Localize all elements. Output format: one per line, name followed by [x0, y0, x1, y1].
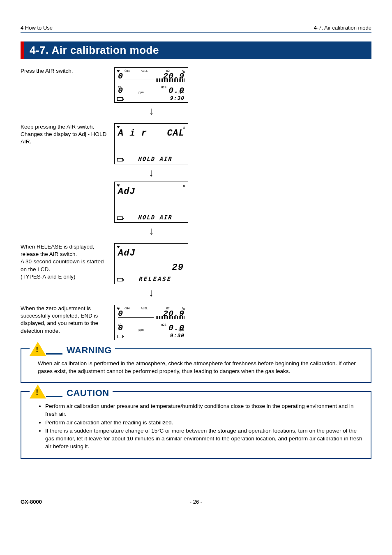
step-text: When RELEASE is displayed, release the A… — [21, 243, 107, 281]
lbl-lel: %LEL — [141, 69, 148, 73]
lbl-pct: % — [182, 69, 184, 73]
lbl-h2s: H2S — [161, 323, 166, 327]
caution-item: If there is a sudden temperature change … — [45, 427, 362, 451]
footer-model: GX-8000 — [21, 499, 42, 505]
caution-box: ! CAUTION Perform air calibration under … — [21, 391, 371, 459]
lcd-screen-2: ♥ ✕ A i r CAL HOLD AIR — [114, 123, 188, 164]
lbl-ppm2: ppm — [178, 91, 184, 94]
header-left: 4 How to Use — [21, 25, 53, 31]
footer: GX-8000 - 26 - — [21, 496, 371, 505]
arrow-down-icon: ↓ — [114, 167, 188, 179]
step-row: When the zero adjustment is successfully… — [21, 305, 371, 340]
battery-icon — [117, 97, 123, 101]
warning-body: When air calibration is performed in the… — [30, 360, 362, 375]
time-val: 9:30 — [170, 95, 184, 101]
step-row: Press the AIR switch. ♥ ✕ CH4 %LEL O2 % … — [21, 67, 371, 120]
arrow-down-icon: ↓ — [114, 225, 188, 237]
arrow-down-icon: ↓ — [114, 287, 188, 299]
page-header: 4 How to Use 4-7. Air calibration mode — [21, 25, 371, 31]
warning-box: ! WARNING When air calibration is perfor… — [21, 348, 371, 383]
step-row: When RELEASE is displayed, release the A… — [21, 243, 371, 302]
lbl-ch4: CH4 — [125, 307, 130, 310]
callout-line — [46, 353, 62, 355]
warning-triangle-icon: ! — [30, 342, 46, 356]
heart-icon: ♥ — [117, 183, 120, 188]
caution-title: CAUTION — [67, 388, 109, 398]
lcd-wrap: ♥ AdJ 29 RELEASE ↓ — [114, 243, 188, 302]
footer-page: - 26 - — [190, 499, 202, 505]
header-right: 4-7. Air calibration mode — [314, 25, 371, 31]
battery-icon — [117, 335, 123, 338]
step-text: Press the AIR switch. — [21, 67, 107, 75]
lbl-pct: % — [182, 307, 184, 310]
arrow-down-icon: ↓ — [114, 105, 188, 117]
lcd-wrap: ♥ ✕ CH4 %LEL O2 % 0 20.9 CO ppm H2S ppm … — [114, 67, 188, 120]
heart-icon: ♥ — [117, 125, 120, 129]
antenna-icon: ✕ — [182, 183, 185, 189]
section-title: 4-7. Air calibration mode — [21, 41, 371, 59]
lbl-ppm2: ppm — [178, 328, 184, 332]
lbl-ppm1: ppm — [138, 91, 144, 94]
adj-label: AdJ — [118, 187, 136, 197]
lbl-lel: %LEL — [141, 307, 148, 310]
bar-graph — [118, 78, 184, 82]
release-msg: RELEASE — [138, 276, 171, 282]
lbl-ch4: CH4 — [125, 69, 130, 73]
step-row: Keep pressing the AIR switch. Changes th… — [21, 123, 371, 240]
lcd-screen-3: ♥ ✕ AdJ HOLD AIR — [114, 182, 188, 223]
lbl-ppm1: ppm — [138, 328, 144, 332]
lcd-screen-1: ♥ ✕ CH4 %LEL O2 % 0 20.9 CO ppm H2S ppm … — [114, 67, 188, 103]
antenna-icon: ✕ — [182, 125, 185, 130]
step-text: Keep pressing the AIR switch. Changes th… — [21, 123, 107, 146]
callout-header: ! WARNING — [30, 342, 115, 356]
lbl-co: CO — [118, 86, 121, 89]
lbl-o2: O2 — [166, 69, 170, 73]
heart-icon: ♥ — [117, 306, 120, 311]
countdown-val: 29 — [172, 263, 184, 273]
heart-icon: ♥ — [117, 69, 120, 74]
lbl-h2s: H2S — [161, 86, 166, 89]
bar-graph — [118, 316, 184, 319]
lcd-wrap: ♥ ✕ A i r CAL HOLD AIR ↓ ♥ ✕ AdJ HOLD AI… — [114, 123, 188, 240]
warning-title: WARNING — [67, 345, 112, 356]
lcd-screen-4: ♥ AdJ 29 RELEASE — [114, 243, 188, 284]
lcd-screen-5: ♥ ✕ CH4 %LEL O2 % 0 20.9 CO ppm H2S ppm … — [114, 305, 188, 340]
air-label: A i r — [118, 128, 147, 138]
heart-icon: ♥ — [117, 245, 120, 249]
lcd-wrap: ♥ ✕ CH4 %LEL O2 % 0 20.9 CO ppm H2S ppm … — [114, 305, 188, 340]
adj-label: AdJ — [118, 248, 136, 258]
lbl-o2: O2 — [166, 307, 170, 310]
lbl-co: CO — [118, 323, 121, 327]
callout-line — [46, 396, 62, 397]
caution-triangle-icon: ! — [30, 385, 46, 398]
caution-item: Perform air calibration under pressure a… — [45, 403, 362, 418]
hold-air-msg: HOLD AIR — [138, 214, 172, 221]
callout-header: ! CAUTION — [30, 385, 113, 398]
hold-air-msg: HOLD AIR — [138, 156, 172, 162]
caution-item: Perform air calibration after the readin… — [45, 419, 362, 427]
time-val: 9:30 — [170, 333, 184, 339]
caution-body: Perform air calibration under pressure a… — [30, 403, 362, 451]
header-rule — [21, 32, 371, 33]
cal-label: CAL — [167, 128, 184, 138]
step-text: When the zero adjustment is successfully… — [21, 305, 107, 335]
